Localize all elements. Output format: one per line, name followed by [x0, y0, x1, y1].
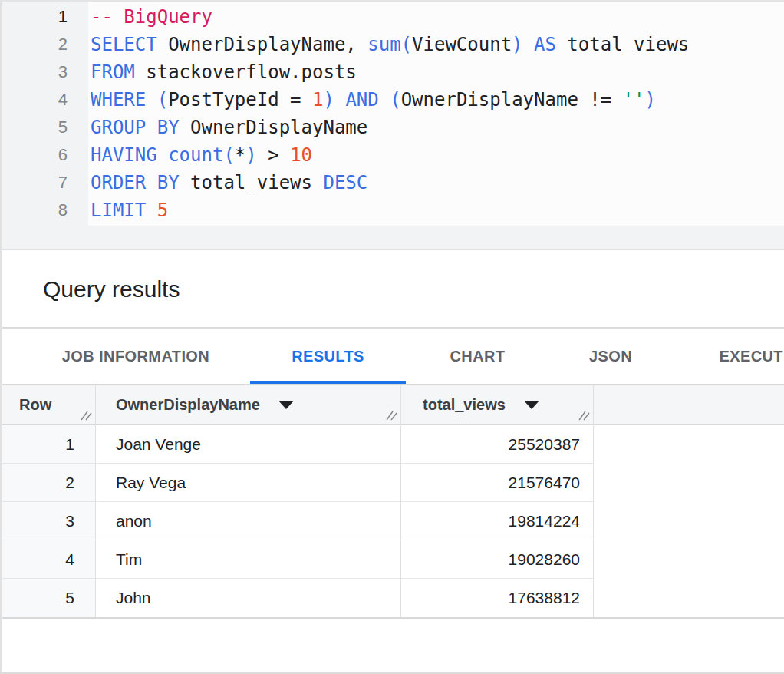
total-views-cell: 19028260 [400, 540, 593, 579]
code-token: 5 [157, 200, 168, 221]
code-token: ) [323, 89, 334, 111]
code-token: 1 [312, 89, 323, 111]
tab-label: RESULTS [292, 348, 364, 365]
line-number: 6 [2, 141, 68, 169]
line-number: 5 [2, 114, 68, 141]
ownerdisplayname-cell: Ray Vega [95, 464, 400, 502]
code-line: ORDER BY total_views DESC [91, 169, 784, 197]
tab-label: JSON [589, 348, 632, 365]
results-table: Row OwnerDisplayName total_views 1Joan V… [0, 384, 784, 619]
code-token: = [279, 89, 312, 111]
column-header-filler [593, 385, 784, 424]
code-token: HAVING [91, 144, 157, 166]
code-token: OwnerDisplayName [401, 89, 578, 111]
tab-label: EXECUTION DETAILS [719, 348, 784, 365]
total-views-cell: 17638812 [400, 579, 593, 617]
ownerdisplayname-cell: John [95, 579, 400, 617]
code-line: HAVING count(*) > 10 [91, 141, 784, 169]
left-panel-divider [0, 0, 2, 674]
code-token: sum( [367, 34, 412, 55]
sort-dropdown-icon[interactable] [524, 401, 539, 409]
sql-editor[interactable]: 12345678 -- BigQuerySELECT OwnerDisplayN… [0, 0, 784, 250]
code-token: > [257, 144, 290, 166]
row-number-cell: 4 [0, 540, 95, 579]
row-number-cell: 3 [0, 502, 95, 540]
ownerdisplayname-cell: Joan Venge [95, 425, 400, 464]
row-number-cell: 5 [0, 579, 95, 617]
code-token [379, 89, 390, 111]
column-label: OwnerDisplayName [116, 396, 260, 414]
column-header-total-views[interactable]: total_views [400, 385, 593, 424]
code-token: FROM [91, 61, 135, 83]
code-token: AS [534, 34, 556, 55]
table-bottom-border [0, 617, 784, 619]
column-label: Row [19, 396, 51, 414]
filler-cell [593, 579, 784, 617]
table-row: 5John17638812 [0, 579, 784, 617]
code-token: PostTypeId [168, 89, 279, 111]
line-number: 4 [2, 86, 68, 114]
row-number-cell: 1 [0, 425, 95, 464]
table-header-row: Row OwnerDisplayName total_views [0, 384, 784, 425]
code-token: stackoverflow.posts [135, 61, 357, 83]
table-row: 4Tim19028260 [0, 540, 784, 579]
code-token: ( [157, 89, 168, 111]
code-token: ( [390, 89, 400, 111]
tab-json[interactable]: JSON [549, 329, 672, 384]
column-header-ownerdisplayname[interactable]: OwnerDisplayName [95, 385, 400, 424]
column-resize-handle-icon[interactable] [385, 410, 398, 421]
top-border [0, 0, 784, 2]
table-row: 3anon19814224 [0, 502, 784, 540]
tab-results[interactable]: RESULTS [250, 329, 406, 384]
line-number: 1 [2, 3, 68, 31]
code-token: -- BigQuery [91, 6, 212, 28]
code-token: ViewCount [412, 34, 512, 55]
column-resize-handle-icon[interactable] [80, 410, 93, 421]
code-lines[interactable]: -- BigQuerySELECT OwnerDisplayName, sum(… [91, 3, 784, 224]
code-token: 10 [290, 144, 312, 166]
code-line: LIMIT 5 [91, 197, 784, 224]
filler-cell [593, 425, 784, 464]
tab-job-information[interactable]: JOB INFORMATION [21, 329, 250, 384]
code-line: FROM stackoverflow.posts [91, 58, 784, 86]
code-token: ) [645, 89, 656, 111]
code-token: '' [623, 89, 645, 111]
bigquery-results-page: { "colors": { "accent_blue": "#1a73e8", … [0, 0, 784, 674]
tab-chart[interactable]: CHART [406, 329, 549, 384]
total-views-cell: 21576470 [400, 464, 593, 502]
filler-cell [593, 502, 784, 540]
filler-cell [593, 464, 784, 502]
code-token: ) [245, 144, 256, 166]
tab-label: JOB INFORMATION [62, 348, 209, 365]
query-results-title: Query results [43, 276, 180, 302]
code-token [157, 144, 168, 166]
code-token [523, 34, 534, 55]
tab-execution-details[interactable]: EXECUTION DETAILS [672, 329, 784, 384]
code-line: GROUP BY OwnerDisplayName [91, 114, 784, 141]
code-token: WHERE [91, 89, 146, 111]
code-line: -- BigQuery [91, 3, 784, 31]
code-token: AND [345, 89, 378, 111]
code-token: SELECT [91, 34, 157, 55]
line-number-gutter: 12345678 [2, 3, 68, 224]
code-token: * [235, 144, 245, 166]
code-token [146, 200, 156, 221]
code-line: SELECT OwnerDisplayName, sum(ViewCount) … [91, 31, 784, 58]
ownerdisplayname-cell: anon [95, 502, 400, 540]
code-token: OwnerDisplayName [180, 117, 368, 138]
code-token: GROUP BY [91, 117, 180, 138]
code-token: ORDER BY [91, 172, 180, 193]
sort-dropdown-icon[interactable] [278, 401, 294, 409]
code-token: total_views [556, 34, 689, 55]
ownerdisplayname-cell: Tim [95, 540, 400, 579]
line-number: 2 [2, 31, 68, 58]
code-token: ) [512, 34, 522, 55]
code-token: OwnerDisplayName, [157, 34, 368, 55]
code-token: count( [168, 144, 235, 166]
total-views-cell: 25520387 [400, 425, 593, 464]
table-row: 2Ray Vega21576470 [0, 464, 784, 502]
column-resize-handle-icon[interactable] [578, 410, 591, 421]
code-line: WHERE (PostTypeId = 1) AND (OwnerDisplay… [91, 86, 784, 114]
column-header-row: Row [0, 385, 95, 424]
code-token [146, 89, 156, 111]
